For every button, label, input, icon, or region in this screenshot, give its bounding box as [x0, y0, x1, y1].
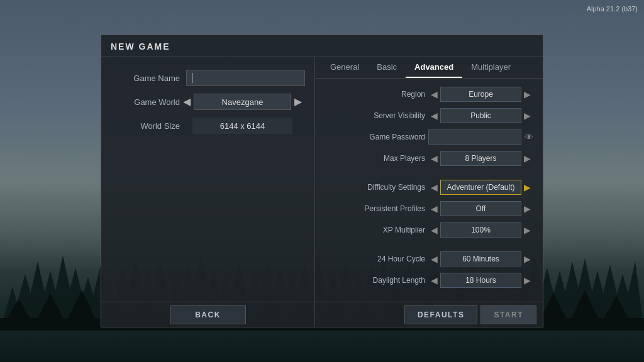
game-world-selector: ◀ Navezgane ▶	[180, 94, 305, 110]
persistent-profiles-row: Persistent Profiles ◀ Off ▶	[325, 199, 533, 218]
max-players-label: Max Players	[325, 154, 425, 163]
server-visibility-prev-button[interactable]: ◀	[428, 111, 440, 121]
xp-multiplier-selector: ◀ 100% ▶	[428, 222, 533, 238]
dialog-body: Game Name Game World ◀ Navezgane ▶ World…	[101, 57, 543, 302]
back-button[interactable]: BACK	[170, 305, 246, 324]
tab-advanced[interactable]: Advanced	[406, 57, 462, 78]
game-name-label: Game Name	[111, 74, 180, 83]
version-text: Alpha 21.2 (b37)	[587, 5, 638, 13]
hour-cycle-value: 60 Minutes	[440, 251, 521, 266]
max-players-selector: ◀ 8 Players ▶	[428, 151, 533, 166]
world-size-selector: 6144 x 6144	[180, 118, 305, 134]
hour-cycle-next-button[interactable]: ▶	[521, 254, 533, 264]
server-visibility-value: Public	[440, 108, 521, 123]
game-password-row: Game Password 👁	[325, 128, 533, 146]
separator-2	[325, 242, 533, 250]
server-visibility-selector: ◀ Public ▶	[428, 108, 533, 123]
server-visibility-label: Server Visibility	[325, 111, 425, 120]
game-world-value: Navezgane	[194, 94, 291, 110]
difficulty-prev-button[interactable]: ◀	[428, 182, 440, 192]
game-world-label: Game World	[111, 97, 180, 107]
start-button[interactable]: START	[480, 305, 536, 324]
settings-content: Region ◀ Europe ▶ Server Visibility ◀ Pu…	[315, 79, 543, 302]
difficulty-settings-row: Difficulty Settings ◀ Adventurer (Defaul…	[325, 178, 533, 197]
difficulty-settings-label: Difficulty Settings	[325, 183, 425, 192]
tabs-container: General Basic Advanced Multiplayer	[315, 57, 543, 79]
persistent-profiles-label: Persistent Profiles	[325, 204, 425, 213]
xp-multiplier-next-button[interactable]: ▶	[521, 225, 533, 235]
region-value: Europe	[440, 87, 521, 102]
server-visibility-row: Server Visibility ◀ Public ▶	[325, 106, 533, 125]
daylight-length-row: Daylight Length ◀ 18 Hours ▶	[325, 271, 533, 290]
footer-right: DEFAULTS START	[315, 302, 543, 327]
daylight-length-prev-button[interactable]: ◀	[428, 275, 440, 285]
defaults-button[interactable]: DEFAULTS	[404, 305, 477, 324]
persistent-profiles-value: Off	[440, 201, 521, 216]
game-world-next-button[interactable]: ▶	[291, 97, 305, 107]
daylight-length-value: 18 Hours	[440, 273, 521, 288]
new-game-dialog: NEW GAME Game Name Game World ◀ Navezgan…	[101, 35, 543, 327]
region-prev-button[interactable]: ◀	[428, 89, 440, 99]
difficulty-settings-selector: ◀ Adventurer (Default) ▶	[428, 180, 533, 195]
persistent-profiles-prev-button[interactable]: ◀	[428, 204, 440, 214]
daylight-length-label: Daylight Length	[325, 276, 425, 285]
separator-1	[325, 170, 533, 178]
password-eye-icon[interactable]: 👁	[525, 132, 533, 142]
xp-multiplier-value: 100%	[440, 222, 521, 238]
text-cursor	[192, 73, 192, 83]
world-size-label: World Size	[111, 121, 180, 131]
dialog-footer: BACK DEFAULTS START	[101, 302, 543, 327]
game-world-row: Game World ◀ Navezgane ▶	[111, 94, 305, 110]
difficulty-settings-value: Adventurer (Default)	[440, 180, 521, 195]
max-players-next-button[interactable]: ▶	[521, 153, 533, 163]
max-players-value: 8 Players	[440, 151, 521, 166]
persistent-profiles-next-button[interactable]: ▶	[521, 204, 533, 214]
region-row: Region ◀ Europe ▶	[325, 85, 533, 104]
dialog-title: NEW GAME	[101, 35, 543, 57]
xp-multiplier-row: XP Multiplier ◀ 100% ▶	[325, 221, 533, 239]
server-visibility-next-button[interactable]: ▶	[521, 111, 533, 121]
game-name-row: Game Name	[111, 70, 305, 86]
daylight-length-selector: ◀ 18 Hours ▶	[428, 273, 533, 288]
right-panel: General Basic Advanced Multiplayer Regio…	[315, 57, 543, 302]
hour-cycle-selector: ◀ 60 Minutes ▶	[428, 251, 533, 266]
left-panel: Game Name Game World ◀ Navezgane ▶ World…	[101, 57, 315, 302]
game-password-label: Game Password	[325, 133, 425, 141]
tab-basic[interactable]: Basic	[368, 57, 406, 78]
difficulty-next-button[interactable]: ▶	[521, 182, 533, 192]
xp-multiplier-label: XP Multiplier	[325, 226, 425, 234]
tab-general[interactable]: General	[321, 57, 368, 78]
region-label: Region	[325, 90, 425, 99]
persistent-profiles-selector: ◀ Off ▶	[428, 201, 533, 216]
tab-multiplayer[interactable]: Multiplayer	[462, 57, 519, 78]
game-name-input[interactable]	[186, 70, 305, 86]
region-selector: ◀ Europe ▶	[428, 87, 533, 102]
daylight-length-next-button[interactable]: ▶	[521, 275, 533, 285]
hour-cycle-prev-button[interactable]: ◀	[428, 254, 440, 264]
game-password-field: 👁	[428, 129, 533, 145]
hour-cycle-row: 24 Hour Cycle ◀ 60 Minutes ▶	[325, 250, 533, 268]
world-size-row: World Size 6144 x 6144	[111, 118, 305, 134]
max-players-prev-button[interactable]: ◀	[428, 153, 440, 163]
footer-left: BACK	[101, 302, 315, 327]
hour-cycle-label: 24 Hour Cycle	[325, 255, 425, 263]
game-world-prev-button[interactable]: ◀	[180, 97, 194, 107]
region-next-button[interactable]: ▶	[521, 89, 533, 99]
password-input[interactable]	[428, 129, 521, 145]
world-size-value: 6144 x 6144	[192, 118, 292, 134]
xp-multiplier-prev-button[interactable]: ◀	[428, 225, 440, 235]
max-players-row: Max Players ◀ 8 Players ▶	[325, 149, 533, 168]
